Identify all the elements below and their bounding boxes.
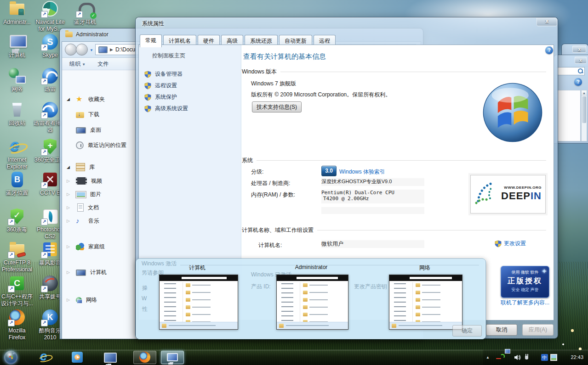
empty-value-field bbox=[321, 207, 424, 214]
ok-button-ghost[interactable]: 确定 bbox=[452, 325, 482, 337]
close-icon[interactable]: x bbox=[537, 17, 557, 26]
collapsed-arrow-icon[interactable]: ▷ bbox=[67, 298, 72, 302]
ghost-char: 性 bbox=[142, 305, 148, 313]
collapsed-arrow-icon[interactable]: ▷ bbox=[67, 192, 72, 197]
volume-tray-icon[interactable] bbox=[514, 354, 521, 361]
back-button[interactable] bbox=[65, 44, 77, 56]
taskbar-preview-popup: Windows 激活 另请参阅 操 W 性 Windows 已激活 产品 ID:… bbox=[136, 258, 486, 339]
desktop-icon-administrator[interactable]: Administr... bbox=[0, 0, 34, 26]
apply-button[interactable]: 应用(A) bbox=[522, 324, 554, 336]
desktop-icon-cpp-tutorial[interactable]: C↗ C与C++程序设计学习与... bbox=[0, 275, 34, 307]
star-icon: ★ bbox=[76, 95, 84, 103]
support-info-button[interactable]: 技术支持信息(S) bbox=[252, 101, 302, 112]
desktop-icon-bt-headset[interactable]: ↗ 蓝牙耳机 bbox=[68, 0, 102, 26]
expanded-arrow-icon[interactable]: ◢ bbox=[67, 165, 72, 169]
thumbnail-title: Administrator bbox=[279, 264, 343, 270]
video-icon bbox=[76, 177, 87, 185]
address-text: D:\Docu bbox=[115, 46, 135, 53]
ime-indicator[interactable]: 中 bbox=[541, 354, 548, 361]
control-panel-home-link[interactable]: 控制面板主页 bbox=[152, 52, 185, 60]
desktop-icon-360av[interactable]: ✓↗ 360杀毒 bbox=[0, 208, 34, 233]
collapsed-arrow-icon[interactable]: ▷ bbox=[67, 179, 72, 183]
system-tray: ▲ 中 22:43 bbox=[483, 350, 588, 365]
window-thumbnail-administrator[interactable] bbox=[276, 275, 348, 330]
desktop-icon-recycle-bin[interactable]: 回收站 bbox=[0, 101, 34, 127]
breadcrumb-arrow-icon: ▶ bbox=[110, 47, 113, 52]
thumbnail-statusbar bbox=[389, 322, 462, 329]
taskbar-display-icon[interactable] bbox=[104, 352, 117, 363]
system-protection-link[interactable]: 系统保护 bbox=[144, 93, 177, 101]
scroll-up-icon[interactable]: ▲ bbox=[582, 90, 587, 96]
close-icon[interactable]: x bbox=[572, 45, 586, 53]
uac-shield-icon bbox=[144, 71, 151, 78]
tab-general[interactable]: 常规 bbox=[140, 34, 162, 47]
computer-icon bbox=[98, 46, 108, 53]
forward-button[interactable] bbox=[76, 44, 88, 56]
desktop-icon-firefox[interactable]: ↗ Mozilla Firefox bbox=[0, 309, 34, 341]
desktop-icon-label: C与C++程序设计学习与... bbox=[0, 293, 34, 307]
remote-settings-link[interactable]: 远程设置 bbox=[144, 82, 177, 90]
downloads-folder-icon bbox=[76, 112, 84, 118]
navicat-pie-icon: ↗ bbox=[41, 0, 59, 17]
advanced-settings-link[interactable]: 高级系统设置 bbox=[144, 105, 188, 112]
device-manager-link[interactable]: 设备管理器 bbox=[144, 70, 183, 78]
learn-more-online-link[interactable]: 联机了解更多内容... bbox=[501, 299, 549, 307]
desktop-icon-network[interactable]: 网络 bbox=[0, 67, 34, 93]
desktop-icon-internet-explorer[interactable]: e Internet Explorer bbox=[0, 138, 34, 170]
help-icon[interactable]: ? bbox=[545, 46, 553, 54]
network-icon bbox=[8, 67, 26, 84]
desktop-icon-bluetooth-places[interactable]: B 蓝牙位置 bbox=[0, 171, 34, 197]
library-icon bbox=[76, 163, 85, 171]
background-window: x ? ▲ bbox=[554, 55, 588, 143]
close-icon[interactable]: x bbox=[575, 56, 587, 64]
desktop-icon-label: Mozilla Firefox bbox=[0, 327, 34, 341]
desktop-icon-label: 计算机 bbox=[0, 52, 34, 59]
organize-menu[interactable]: 组织 ▼ bbox=[69, 60, 86, 68]
ghost-char: W bbox=[142, 295, 147, 302]
desktop-icon-computer[interactable]: 计算机 bbox=[0, 33, 34, 59]
taskbar-firefox-button[interactable] bbox=[133, 351, 156, 364]
explorer-title: Administrator bbox=[76, 31, 108, 38]
collapsed-arrow-icon[interactable]: ▷ bbox=[67, 244, 72, 249]
thunder-icon: ↗ bbox=[41, 67, 59, 84]
windows-logo bbox=[482, 82, 543, 143]
genuine-license-badge[interactable]: ✦ 使用 微软 软件 正版授权 安全 稳定 声誉 bbox=[501, 266, 549, 298]
desktop-icon-cuteftp[interactable]: ↗ CuteFTP 8 Professional bbox=[0, 241, 34, 273]
collapsed-arrow-icon[interactable]: ▷ bbox=[67, 205, 72, 210]
document-icon bbox=[77, 203, 84, 212]
scroll-thumb[interactable] bbox=[582, 96, 586, 123]
taskbar-internet-explorer-icon[interactable]: e bbox=[39, 352, 51, 364]
clock-icon bbox=[76, 141, 84, 149]
experience-index-badge: 3.0 bbox=[321, 166, 337, 176]
sparkle-icon: ✦ bbox=[541, 267, 547, 275]
recent-pages-dropdown-icon[interactable]: ▼ bbox=[90, 48, 93, 52]
taskbar-explorer-button[interactable] bbox=[161, 351, 184, 364]
desktop-icon-label: Internet Explorer bbox=[0, 157, 34, 170]
cancel-button[interactable]: 取消 bbox=[486, 324, 517, 336]
bluetooth-headset-icon: ↗ bbox=[76, 0, 94, 17]
expanded-arrow-icon[interactable]: ◢ bbox=[67, 97, 72, 101]
desktop-icon-label: 网络 bbox=[0, 86, 34, 93]
collapsed-arrow-icon[interactable]: ▷ bbox=[67, 270, 72, 275]
page-title: 查看有关计算机的基本信息 bbox=[243, 52, 326, 61]
clock[interactable]: 22:43 bbox=[571, 350, 583, 365]
help-icon[interactable]: ? bbox=[574, 78, 582, 86]
file-menu[interactable]: 文件 bbox=[97, 60, 108, 68]
window-thumbnail-computer[interactable] bbox=[159, 275, 238, 330]
window-thumbnail-network[interactable] bbox=[389, 275, 462, 330]
scrollbar[interactable]: ▲ bbox=[581, 90, 587, 141]
search-input[interactable] bbox=[556, 67, 585, 75]
windows-edition: Windows 7 旗舰版 bbox=[251, 80, 296, 88]
change-settings-link[interactable]: 更改设置 bbox=[495, 240, 526, 247]
collapsed-arrow-icon[interactable]: ▷ bbox=[67, 219, 72, 223]
computer-icon bbox=[167, 353, 178, 361]
picture-tray-icon[interactable] bbox=[550, 354, 557, 361]
deepin-name: DEEPIN bbox=[501, 190, 542, 202]
taskbar-media-player-icon[interactable] bbox=[72, 352, 83, 363]
tray-expand-icon[interactable]: ▲ bbox=[486, 355, 490, 359]
thumbnail-statusbar bbox=[160, 322, 238, 329]
desktop-icon-navicat[interactable]: ↗ Navicat Lite for MyS... bbox=[33, 0, 67, 33]
start-button[interactable] bbox=[4, 351, 17, 364]
experience-index-link[interactable]: Windows 体验索引 bbox=[339, 168, 385, 176]
music-note-icon: ♪ bbox=[76, 217, 84, 225]
